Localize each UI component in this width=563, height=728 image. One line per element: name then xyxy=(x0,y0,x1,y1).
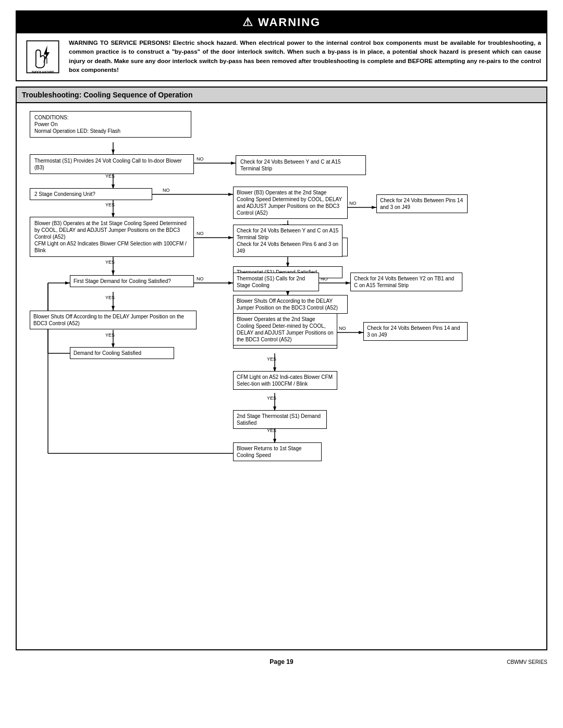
thermostat-2nd-stage-text: Thermostat (S1) Calls for 2nd Stage Cool… xyxy=(237,276,305,288)
svg-text:NO: NO xyxy=(197,231,204,236)
check-24v-pins-top-box: Check for 24 Volts Between Pins 14 and 3… xyxy=(376,194,468,213)
series-label: CBWMV SERIES xyxy=(507,659,547,665)
svg-text:NO: NO xyxy=(197,156,204,162)
demand-cooling-satisfied-left-box: Demand for Cooling Satisfied xyxy=(70,347,174,359)
first-stage-demand-text: First Stage Demand for Cooling Satisfied… xyxy=(74,278,171,284)
check-24v-yc-box: Check for 24 Volts Between Y and C at A1… xyxy=(236,155,366,175)
blower-1st-stage-box: Blower (B3) Operates at the 1st Stage Co… xyxy=(30,217,194,257)
blower-2nd-stage-left-box: Blower (B3) Operates at the 2nd Stage Co… xyxy=(233,187,348,219)
check-24v-pins-top-text: Check for 24 Volts Between Pins 14 and 3… xyxy=(380,198,463,210)
blower-2nd-stage-left-text: Blower (B3) Operates at the 2nd Stage Co… xyxy=(237,190,342,216)
thermostat-2nd-demand-box: 2nd Stage Thermostat (S1) Demand Satisfi… xyxy=(233,410,327,429)
cfm-light-right-text: CFM Light on A52 Indi-cates Blower CFM S… xyxy=(237,374,333,387)
blower-2nd-stage-right-text: Blower Operates at the 2nd Stage Cooling… xyxy=(237,316,334,342)
check-24v-pins14-bottom-text: Check for 24 Volts Between Pins 14 and 3… xyxy=(367,325,460,338)
warning-text: WARNING TO SERVICE PERSONS! Electric sho… xyxy=(69,39,541,75)
svg-text:SHOCK HAZARD: SHOCK HAZARD xyxy=(32,70,54,73)
warning-box: ⚠ WARNING SHOCK HAZARD WARNING TO SERVIC… xyxy=(16,10,547,81)
demand-cooling-satisfied-left-text: Demand for Cooling Satisfied xyxy=(74,350,141,356)
conditions-box: CONDITIONS:Power OnNormal Operation LED:… xyxy=(30,111,191,138)
svg-text:YES: YES xyxy=(267,396,276,401)
blower-shuts-off-right-text: Blower Shuts Off According to the DELAY … xyxy=(237,298,338,311)
warning-header: ⚠ WARNING xyxy=(17,11,546,33)
check-24v-y2-tb1-text: Check for 24 Volts Between Y2 on TB1 and… xyxy=(354,276,454,288)
check-24v-y2-tb1-box: Check for 24 Volts Between Y2 on TB1 and… xyxy=(350,273,462,291)
warning-icon: SHOCK HAZARD xyxy=(22,39,64,75)
warning-triangle-icon: ⚠ xyxy=(242,16,254,29)
warning-body: SHOCK HAZARD WARNING TO SERVICE PERSONS!… xyxy=(17,33,546,80)
section-header: Troubleshooting: Cooling Sequence of Ope… xyxy=(16,87,547,103)
page-footer: Page 19 CBWMV SERIES xyxy=(16,658,547,665)
electric-shock-icon: SHOCK HAZARD xyxy=(25,39,61,75)
thermostat-2nd-stage-box: Thermostat (S1) Calls for 2nd Stage Cool… xyxy=(233,273,319,291)
svg-text:NO: NO xyxy=(197,276,204,281)
thermostat-24v-box: Thermostat (S1) Provides 24 Volt Cooling… xyxy=(30,154,194,174)
conditions-text: CONDITIONS:Power OnNormal Operation LED:… xyxy=(34,115,120,134)
blower-shuts-off-right-box: Blower Shuts Off According to the DELAY … xyxy=(233,295,348,314)
flowchart-container: YES NO YES NO NO YES YES YES YES YE xyxy=(16,103,547,650)
check-24v-pins14-bottom-box: Check for 24 Volts Between Pins 14 and 3… xyxy=(363,322,468,341)
svg-text:YES: YES xyxy=(105,332,115,338)
warning-title: WARNING xyxy=(258,16,321,29)
check-24v-yc-pins6-visible-box: Check for 24 Volts Between Y and C on A1… xyxy=(233,225,342,257)
svg-text:YES: YES xyxy=(267,356,276,362)
svg-rect-0 xyxy=(27,41,58,72)
page-text: Page xyxy=(270,658,285,665)
blower-returns-box: Blower Returns to 1st Stage Cooling Spee… xyxy=(233,442,322,461)
cfm-light-right-box: CFM Light on A52 Indi-cates Blower CFM S… xyxy=(233,371,337,390)
svg-text:YES: YES xyxy=(105,202,115,207)
blower-returns-text: Blower Returns to 1st Stage Cooling Spee… xyxy=(237,446,302,458)
first-stage-demand-box: First Stage Demand for Cooling Satisfied… xyxy=(70,275,194,287)
svg-text:YES: YES xyxy=(105,260,115,265)
svg-text:NO: NO xyxy=(339,326,346,331)
blower-shuts-off-left-text: Blower Shuts Off According to the DELAY … xyxy=(33,314,184,326)
thermostat-24v-text: Thermostat (S1) Provides 24 Volt Cooling… xyxy=(34,158,182,170)
warning-bold-text: WARNING TO SERVICE PERSONS! Electric sho… xyxy=(69,40,541,73)
svg-text:YES: YES xyxy=(105,295,115,300)
page-number: 19 xyxy=(286,658,293,665)
svg-text:NO: NO xyxy=(349,201,357,206)
blower-1st-stage-text: Blower (B3) Operates at the 1st Stage Co… xyxy=(34,220,187,253)
blower-shuts-off-left-box: Blower Shuts Off According to the DELAY … xyxy=(30,311,197,329)
section-title: Troubleshooting: Cooling Sequence of Ope… xyxy=(22,91,192,99)
svg-text:YES: YES xyxy=(105,174,115,179)
two-stage-box: 2 Stage Condensing Unit? xyxy=(30,188,152,200)
check-24v-yc-pins6-visible-text: Check for 24 Volts Between Y and C on A1… xyxy=(237,228,338,254)
check-24v-yc-text: Check for 24 Volts Between Y and C at A1… xyxy=(240,159,341,171)
two-stage-text: 2 Stage Condensing Unit? xyxy=(34,191,95,197)
svg-text:NO: NO xyxy=(163,188,170,193)
thermostat-2nd-demand-text: 2nd Stage Thermostat (S1) Demand Satisfi… xyxy=(237,413,321,426)
page-label: Page 19 xyxy=(270,658,293,665)
blower-2nd-stage-right-box: Blower Operates at the 2nd Stage Cooling… xyxy=(233,313,337,346)
